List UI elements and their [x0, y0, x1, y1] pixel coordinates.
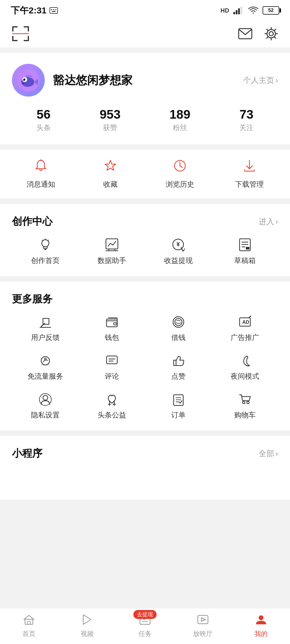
charity-label: 头条公益 — [98, 410, 126, 420]
time-text: 下午2:31 — [11, 4, 47, 17]
hd-label: HD — [220, 7, 229, 14]
more-services-header: 更多服务 — [12, 292, 278, 306]
avatar[interactable] — [12, 64, 45, 97]
svg-rect-16 — [24, 40, 29, 41]
task-badge-text: 去提现 — [133, 610, 157, 619]
svg-marker-27 — [105, 160, 116, 170]
orders-label: 订单 — [171, 410, 186, 420]
orders[interactable]: 订单 — [145, 393, 212, 420]
video-label: 视频 — [81, 629, 94, 638]
scan-button[interactable] — [12, 26, 29, 43]
ad-promotion[interactable]: AD 广告推广 — [212, 315, 278, 342]
user-feedback-label: 用户反馈 — [31, 333, 60, 342]
user-icon — [255, 614, 267, 625]
history-icon — [173, 159, 186, 175]
toutiao-charity[interactable]: 头条公益 — [78, 393, 145, 420]
free-traffic-icon — [39, 354, 52, 367]
svg-rect-0 — [50, 7, 58, 13]
creation-center-title: 创作中心 — [12, 215, 53, 228]
free-traffic[interactable]: 免流量服务 — [12, 354, 78, 381]
favorites-action[interactable]: 收藏 — [94, 159, 127, 189]
chart-icon — [105, 238, 119, 252]
mini-programs-header: 小程序 全部 › — [12, 447, 278, 460]
video-icon — [82, 614, 92, 628]
enter-chevron: › — [275, 217, 278, 226]
svg-point-60 — [250, 316, 251, 317]
stat-fans[interactable]: 189 粉丝 — [169, 107, 190, 132]
all-label: 全部 — [259, 448, 274, 459]
fans-count: 189 — [169, 107, 190, 122]
borrow-label: 借钱 — [171, 333, 186, 342]
chevron-right-icon: › — [275, 76, 278, 85]
mine-icon — [255, 614, 267, 628]
svg-rect-7 — [238, 8, 240, 14]
creation-center-enter[interactable]: 进入 › — [259, 216, 278, 227]
borrow-money[interactable]: 借钱 — [145, 315, 212, 342]
status-icons: HD 52 — [220, 6, 279, 15]
svg-marker-82 — [201, 618, 206, 621]
wallet[interactable]: 钱包 — [78, 315, 145, 342]
nav-theater[interactable]: 放映厅 — [174, 614, 232, 638]
theater-icon — [197, 614, 209, 628]
history-label: 浏览历史 — [166, 179, 194, 189]
house-icon — [23, 614, 35, 625]
likes-label: 点赞 — [171, 371, 186, 381]
mini-programs-title: 小程序 — [12, 447, 42, 460]
withdraw-label: 收益提现 — [164, 256, 193, 265]
svg-rect-81 — [198, 615, 208, 624]
withdraw-earnings[interactable]: ¥ 收益提现 — [145, 238, 212, 265]
profile-name: 豁达悠闲梦想家 — [53, 73, 235, 88]
history-action[interactable]: 浏览历史 — [163, 159, 196, 189]
comment-icon — [105, 354, 118, 367]
nav-right-icons — [238, 27, 278, 42]
svg-rect-18 — [239, 29, 252, 39]
download-label: 下载管理 — [235, 179, 264, 189]
nav-mine[interactable]: 我的 — [232, 614, 290, 638]
svg-point-56 — [175, 318, 182, 326]
data-assistant[interactable]: 数据助手 — [78, 238, 145, 265]
profile-top: 豁达悠闲梦想家 个人主页 › — [12, 64, 278, 97]
toutiao-label: 头条 — [36, 123, 51, 132]
message-button[interactable] — [238, 27, 252, 41]
download-action[interactable]: 下载管理 — [233, 159, 266, 189]
stat-likes[interactable]: 953 获赞 — [100, 107, 121, 132]
svg-point-83 — [259, 615, 263, 620]
lightbulb-icon — [38, 238, 52, 252]
input-method-icon — [50, 7, 58, 14]
bottom-nav: 首页 视频 去提现 任务 放映厅 — [0, 608, 290, 644]
nav-video[interactable]: 视频 — [58, 614, 116, 638]
night-mode[interactable]: 夜间模式 — [212, 354, 278, 381]
svg-text:¥: ¥ — [176, 241, 180, 247]
svg-point-26 — [23, 79, 24, 80]
night-mode-label: 夜间模式 — [231, 371, 259, 381]
nav-task[interactable]: 去提现 任务 — [116, 614, 174, 638]
privacy-settings[interactable]: 隐私设置 — [12, 393, 78, 420]
settings-button[interactable] — [264, 27, 278, 42]
notification-label: 消息通知 — [27, 179, 55, 189]
svg-rect-6 — [236, 10, 237, 14]
stat-toutiao[interactable]: 56 头条 — [36, 107, 51, 132]
more-services-title: 更多服务 — [12, 292, 53, 306]
likes-label: 获赞 — [100, 123, 121, 132]
likes-count: 953 — [100, 107, 121, 122]
creation-center-section: 创作中心 进入 › 创作首页 — [0, 204, 290, 276]
svg-point-62 — [44, 358, 46, 360]
creation-homepage-label: 创作首页 — [31, 256, 60, 265]
draft-box[interactable]: 草稿箱 — [212, 238, 278, 265]
stat-following[interactable]: 73 关注 — [239, 107, 254, 132]
svg-rect-8 — [240, 7, 242, 14]
svg-point-67 — [43, 395, 48, 400]
nav-home[interactable]: 首页 — [0, 614, 58, 638]
comments[interactable]: 评论 — [78, 354, 145, 381]
download-svg-icon — [243, 159, 256, 172]
creation-homepage[interactable]: 创作首页 — [12, 238, 78, 265]
notification-icon — [34, 159, 47, 175]
likes[interactable]: 点赞 — [145, 354, 212, 381]
yuan-withdraw-icon: ¥ — [172, 238, 185, 252]
notification-action[interactable]: 消息通知 — [24, 159, 57, 189]
personal-homepage-link[interactable]: 个人主页 › — [243, 75, 278, 86]
drafts-icon — [238, 238, 252, 252]
user-feedback[interactable]: 用户反馈 — [12, 315, 78, 342]
mini-programs-all[interactable]: 全部 › — [259, 448, 278, 459]
shopping-cart[interactable]: 购物车 — [212, 393, 278, 420]
